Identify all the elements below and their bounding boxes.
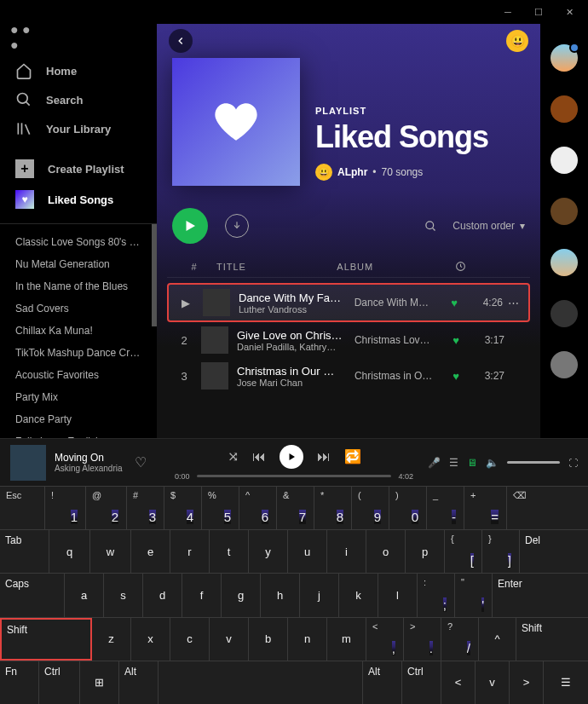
key[interactable]: "' [455,574,493,616]
lyrics-button[interactable]: 🎤 [428,457,441,469]
sidebar-playlist-item[interactable]: Party Mix [0,386,157,408]
key[interactable]: Caps [0,574,65,616]
key[interactable]: >. [404,618,441,661]
friend-avatar[interactable] [551,147,578,174]
key[interactable] [159,661,363,704]
sidebar-playlist-item[interactable]: TikTok Mashup Dance Craze… [0,342,157,364]
friend-avatar[interactable] [551,95,578,123]
window-minimize-button[interactable]: ─ [493,0,523,24]
key[interactable]: m [327,618,366,661]
like-button[interactable]: ♡ [123,454,159,470]
key[interactable]: Del [520,530,554,573]
playlist-owner[interactable]: ALphr [337,166,367,178]
window-close-button[interactable]: ✕ [554,0,585,24]
track-row[interactable]: ▶Dance With My Fa…Luther VandrossDance W… [167,283,530,322]
key[interactable]: d [143,574,182,616]
sidebar-playlist-item[interactable]: Sad Covers [0,297,157,320]
key[interactable]: *8 [314,487,352,529]
key[interactable]: k [339,574,378,616]
key[interactable]: x [131,618,170,661]
key[interactable]: c [170,618,210,661]
key[interactable]: Ctrl [402,661,441,704]
progress-bar[interactable] [197,475,392,477]
key[interactable]: )0 [389,487,427,529]
key[interactable]: o [366,530,406,573]
key[interactable]: h [261,574,300,616]
now-playing-cover[interactable] [10,445,46,481]
search-icon[interactable] [424,220,437,233]
repeat-button[interactable]: 🔁 [344,448,361,465]
sidebar-playlist-item[interactable]: Classic Love Songs 80's 90's [0,231,157,253]
key[interactable]: > [510,661,544,704]
track-like-button[interactable]: ♥ [445,334,467,347]
sidebar-playlist-item[interactable]: Nu Metal Generation [0,253,157,275]
key[interactable]: y [249,530,288,573]
key[interactable]: <, [366,618,404,661]
key[interactable]: Alt [363,661,402,704]
friend-avatar[interactable] [551,249,578,276]
key[interactable]: v [210,618,249,661]
track-more-button[interactable]: ⋯ [503,297,523,309]
sidebar-playlists[interactable]: Classic Love Songs 80's 90'sNu Metal Gen… [0,223,157,438]
sidebar-library[interactable]: Your Library [0,114,157,143]
devices-button[interactable]: 🖥 [467,457,477,469]
sidebar-playlist-item[interactable]: In the Name of the Blues [0,275,157,297]
key[interactable]: !1 [45,487,86,529]
key[interactable]: ☰ [544,661,588,704]
friend-avatar[interactable] [551,300,578,327]
key[interactable]: i [327,530,366,573]
key[interactable]: #3 [127,487,164,529]
queue-button[interactable]: ☰ [449,457,458,469]
prev-button[interactable]: ⏮ [252,449,266,465]
key[interactable]: :; [418,574,455,616]
key[interactable]: l [378,574,418,616]
user-avatar-button[interactable]: 😃 [506,30,528,52]
sidebar-playlist-item[interactable]: Dance Party [0,408,157,430]
key[interactable]: Alt [119,661,159,704]
playpause-button[interactable] [280,445,303,469]
key[interactable]: q [49,530,90,573]
shuffle-button[interactable]: ⤨ [228,448,239,465]
now-playing-title[interactable]: Moving On [55,452,123,464]
key[interactable]: Tab [0,530,49,573]
download-button[interactable] [225,214,249,238]
key[interactable]: r [170,530,210,573]
app-menu-icon[interactable]: ● ● ● [10,27,31,48]
next-button[interactable]: ⏭ [317,449,331,465]
key[interactable]: ^6 [239,487,277,529]
key[interactable]: ^ [479,618,516,661]
key[interactable]: &7 [277,487,314,529]
key[interactable]: Esc [0,487,45,529]
key[interactable]: g [222,574,261,616]
key[interactable]: Enter [493,574,554,616]
fullscreen-button[interactable]: ⛶ [568,458,578,468]
key[interactable]: z [92,618,131,661]
sidebar-create-playlist[interactable]: + Create Playlist [0,153,157,184]
key[interactable]: < [441,661,476,704]
window-maximize-button[interactable]: ☐ [523,0,554,24]
sidebar-playlist-item[interactable]: Felix Irwan English cover [0,430,157,438]
now-playing-artist[interactable]: Asking Alexandria [55,464,123,473]
key[interactable]: %5 [202,487,239,529]
key[interactable]: b [249,618,288,661]
back-button[interactable] [169,29,193,53]
key[interactable]: (9 [352,487,389,529]
key[interactable]: v [476,661,510,704]
key[interactable]: e [131,530,170,573]
friend-avatar[interactable] [551,44,578,72]
key[interactable]: $4 [164,487,202,529]
sidebar-playlist-item[interactable]: Acoustic Favorites [0,364,157,386]
key[interactable]: p [406,530,445,573]
sidebar-home[interactable]: Home [0,56,157,85]
track-like-button[interactable]: ♥ [443,297,465,309]
key[interactable]: }] [482,530,520,573]
key[interactable]: ⌫ [507,487,551,529]
key[interactable]: += [464,487,507,529]
key[interactable]: w [90,530,131,573]
sidebar-playlist-item[interactable]: Chillax Ka Muna! [0,320,157,342]
key[interactable]: j [300,574,339,616]
friend-avatar[interactable] [551,351,578,378]
volume-icon[interactable]: 🔈 [486,457,499,469]
key[interactable]: Shift [516,618,554,661]
key[interactable]: ⊞ [80,661,119,704]
